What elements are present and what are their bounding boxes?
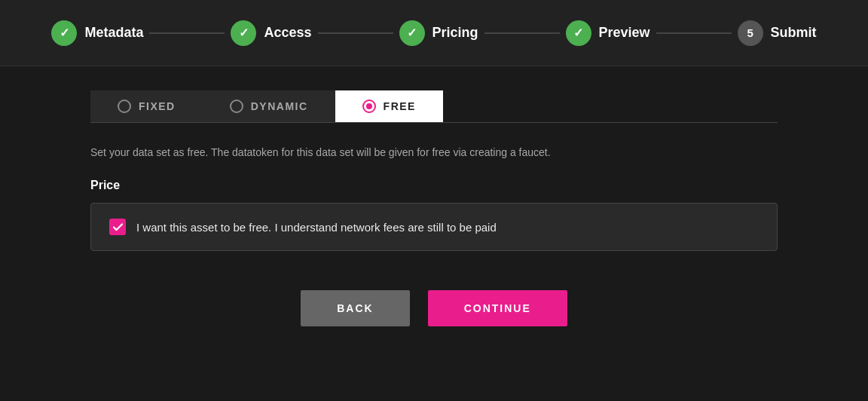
step-submit: 5 Submit bbox=[738, 20, 817, 46]
step-submit-icon: 5 bbox=[738, 20, 763, 46]
tab-fixed-label: FIXED bbox=[139, 100, 176, 112]
step-pricing: ✓ Pricing bbox=[399, 20, 478, 46]
free-checkbox-row: I want this asset to be free. I understa… bbox=[90, 203, 778, 251]
back-button[interactable]: BACK bbox=[301, 290, 409, 326]
tab-divider bbox=[90, 122, 778, 123]
tab-fixed[interactable]: FIXED bbox=[90, 90, 203, 122]
main-content: FIXED DYNAMIC FREE Set your data set as … bbox=[0, 66, 868, 344]
tab-free[interactable]: FREE bbox=[335, 90, 443, 122]
step-preview-label: Preview bbox=[599, 25, 650, 41]
step-access-label: Access bbox=[264, 25, 311, 41]
free-checkbox-label: I want this asset to be free. I understa… bbox=[136, 221, 497, 234]
step-metadata: ✓ Metadata bbox=[51, 20, 143, 46]
step-preview-icon: ✓ bbox=[566, 20, 591, 46]
connector-4 bbox=[656, 32, 732, 34]
step-submit-label: Submit bbox=[771, 25, 817, 41]
step-metadata-label: Metadata bbox=[84, 25, 143, 41]
step-preview: ✓ Preview bbox=[566, 20, 650, 46]
stepper: ✓ Metadata ✓ Access ✓ Pricing ✓ Preview … bbox=[0, 0, 868, 66]
continue-button[interactable]: CONTINUE bbox=[428, 290, 567, 326]
connector-3 bbox=[484, 32, 560, 34]
tab-dynamic-radio bbox=[230, 99, 243, 113]
tab-dynamic-label: DYNAMIC bbox=[251, 100, 308, 112]
tab-free-radio bbox=[362, 99, 376, 113]
tab-fixed-radio bbox=[118, 99, 131, 113]
step-pricing-label: Pricing bbox=[432, 25, 478, 41]
step-metadata-icon: ✓ bbox=[51, 20, 77, 46]
tab-free-radio-inner bbox=[366, 103, 372, 109]
price-label: Price bbox=[90, 179, 778, 192]
connector-1 bbox=[149, 32, 225, 34]
tab-dynamic[interactable]: DYNAMIC bbox=[203, 90, 335, 122]
step-pricing-icon: ✓ bbox=[399, 20, 425, 46]
step-access: ✓ Access bbox=[231, 20, 311, 46]
step-access-icon: ✓ bbox=[231, 20, 256, 46]
free-description: Set your data set as free. The datatoken… bbox=[90, 144, 778, 161]
free-checkbox[interactable] bbox=[109, 219, 126, 235]
connector-2 bbox=[318, 32, 393, 34]
checkmark-icon bbox=[113, 222, 123, 232]
pricing-tabs: FIXED DYNAMIC FREE bbox=[90, 90, 778, 122]
tab-free-label: FREE bbox=[384, 100, 416, 112]
action-buttons: BACK CONTINUE bbox=[90, 290, 778, 326]
